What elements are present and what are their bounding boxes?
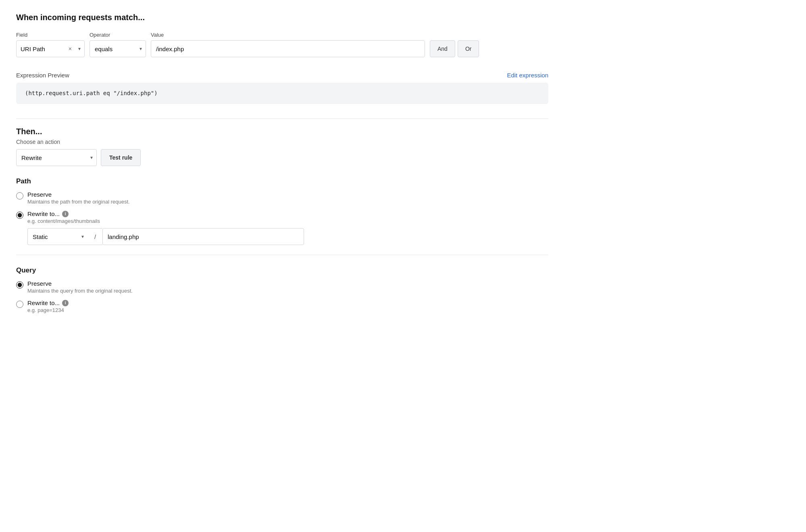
operator-select[interactable]: equals contains matches starts with ends… <box>90 40 146 57</box>
path-rewrite-input-row: Static Dynamic ▾ / <box>27 228 304 245</box>
action-select[interactable]: Rewrite Redirect Block Allow Challenge <box>16 149 97 166</box>
path-preserve-label: Preserve <box>27 191 130 198</box>
test-rule-button[interactable]: Test rule <box>101 149 141 166</box>
action-select-wrapper: Rewrite Redirect Block Allow Challenge ▾ <box>16 149 97 166</box>
value-input[interactable] <box>151 40 425 57</box>
then-section: Then... Choose an action Rewrite Redirec… <box>16 127 548 166</box>
choose-action-label: Choose an action <box>16 139 548 145</box>
expression-preview-header: Expression Preview Edit expression <box>16 72 548 79</box>
and-or-group: And Or <box>430 32 479 57</box>
when-section: When incoming requests match... Field UR… <box>16 13 548 57</box>
field-group: Field URI Path URI Full Hostname IP Sour… <box>16 32 85 57</box>
path-rewrite-hint: e.g. content/images/thumbnails <box>27 218 304 224</box>
query-preserve-label-group: Preserve Maintains the query from the or… <box>27 280 133 294</box>
path-preserve-label-group: Preserve Maintains the path from the ori… <box>27 191 130 205</box>
path-section: Path Preserve Maintains the path from th… <box>16 177 548 245</box>
field-label: Field <box>16 32 85 38</box>
query-title: Query <box>16 266 548 274</box>
query-rewrite-info-icon[interactable]: i <box>62 300 69 306</box>
or-button[interactable]: Or <box>458 40 479 57</box>
value-group: Value <box>151 32 425 57</box>
static-select-wrapper: Static Dynamic ▾ <box>27 228 88 245</box>
divider-1 <box>16 118 548 119</box>
query-rewrite-radio[interactable] <box>16 301 23 308</box>
path-preserve-option: Preserve Maintains the path from the ori… <box>16 191 548 205</box>
path-rewrite-radio[interactable] <box>16 212 23 219</box>
action-row: Rewrite Redirect Block Allow Challenge ▾… <box>16 149 548 166</box>
expression-code: (http.request.uri.path eq "/index.php") <box>25 90 158 96</box>
and-or-buttons: And Or <box>430 40 479 57</box>
query-preserve-hint: Maintains the query from the original re… <box>27 288 133 294</box>
query-section: Query Preserve Maintains the query from … <box>16 266 548 313</box>
then-title: Then... <box>16 127 548 136</box>
path-title: Path <box>16 177 548 185</box>
operator-select-wrapper: equals contains matches starts with ends… <box>90 40 146 57</box>
operator-group: Operator equals contains matches starts … <box>90 32 146 57</box>
query-rewrite-label-text: Rewrite to... <box>27 299 60 306</box>
and-button[interactable]: And <box>430 40 455 57</box>
expression-code-box: (http.request.uri.path eq "/index.php") <box>16 83 548 104</box>
and-or-spacer <box>430 32 479 38</box>
value-label: Value <box>151 32 425 38</box>
static-select[interactable]: Static Dynamic <box>27 228 88 245</box>
query-rewrite-option: Rewrite to... i e.g. page=1234 <box>16 299 548 313</box>
landing-input[interactable] <box>102 228 304 245</box>
query-preserve-option: Preserve Maintains the query from the or… <box>16 280 548 294</box>
expression-preview-section: Expression Preview Edit expression (http… <box>16 72 548 104</box>
query-preserve-radio[interactable] <box>16 281 23 289</box>
field-select-wrapper: URI Path URI Full Hostname IP Source Add… <box>16 40 85 57</box>
field-select[interactable]: URI Path URI Full Hostname IP Source Add… <box>16 40 85 57</box>
expression-preview-label: Expression Preview <box>16 72 69 79</box>
path-rewrite-label-group: Rewrite to... i e.g. content/images/thum… <box>27 210 304 245</box>
query-rewrite-label: Rewrite to... i <box>27 299 69 306</box>
query-preserve-label: Preserve <box>27 280 133 287</box>
query-rewrite-hint: e.g. page=1234 <box>27 307 69 313</box>
path-rewrite-label: Rewrite to... i <box>27 210 304 217</box>
path-rewrite-label-text: Rewrite to... <box>27 210 60 217</box>
operator-label: Operator <box>90 32 146 38</box>
path-preserve-hint: Maintains the path from the original req… <box>27 199 130 205</box>
path-rewrite-option: Rewrite to... i e.g. content/images/thum… <box>16 210 548 245</box>
when-title: When incoming requests match... <box>16 13 548 22</box>
slash-divider: / <box>88 228 102 245</box>
field-clear-button[interactable]: × <box>67 46 73 52</box>
path-preserve-radio[interactable] <box>16 192 23 200</box>
query-rewrite-label-group: Rewrite to... i e.g. page=1234 <box>27 299 69 313</box>
path-rewrite-info-icon[interactable]: i <box>62 211 69 217</box>
divider-2 <box>16 255 548 255</box>
filter-row: Field URI Path URI Full Hostname IP Sour… <box>16 32 548 57</box>
edit-expression-link[interactable]: Edit expression <box>507 72 548 79</box>
